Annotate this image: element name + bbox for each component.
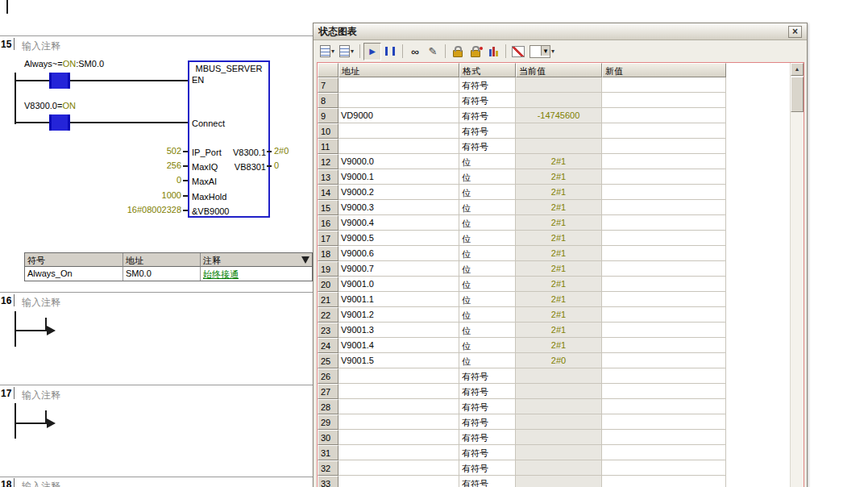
new-value-cell[interactable] — [602, 200, 726, 215]
vertical-scrollbar[interactable]: ▲ — [790, 63, 804, 487]
new-value-cell[interactable] — [602, 77, 726, 93]
status-chart-sheet-icon[interactable]: ▾ — [318, 43, 337, 60]
row-number[interactable]: 10 — [318, 123, 338, 139]
read-all-icon[interactable] — [406, 43, 424, 60]
column-header-format[interactable]: 格式 — [459, 63, 516, 77]
row-number[interactable]: 15 — [318, 200, 338, 215]
write-all-icon[interactable] — [424, 43, 442, 60]
new-value-cell[interactable] — [602, 108, 726, 123]
row-number[interactable]: 23 — [318, 323, 338, 338]
read-forced-icon[interactable] — [484, 43, 502, 60]
address-cell[interactable]: V9001.0 — [338, 277, 459, 292]
mbus-server-block[interactable]: MBUS_SERVER EN Connect IP_Port MaxIQ Max… — [188, 60, 270, 218]
comment-cell[interactable]: 始终接通 — [201, 267, 312, 281]
address-cell[interactable]: V9001.4 — [338, 338, 459, 353]
contact-connect[interactable] — [49, 114, 70, 131]
format-cell[interactable]: 有符号 — [459, 368, 516, 384]
row-number[interactable]: 20 — [318, 277, 338, 292]
row-number[interactable]: 28 — [318, 399, 338, 414]
address-cell[interactable] — [338, 460, 459, 476]
row-number[interactable]: 24 — [318, 338, 338, 353]
format-cell[interactable]: 位 — [459, 200, 516, 215]
address-cell[interactable]: VD9000 — [338, 108, 459, 123]
address-cell[interactable]: V9000.6 — [338, 246, 459, 261]
network-number[interactable]: 18 — [1, 479, 11, 487]
new-value-cell[interactable] — [602, 231, 726, 246]
row-number[interactable]: 19 — [318, 261, 338, 277]
format-cell[interactable]: 有符号 — [459, 430, 516, 445]
network-title[interactable]: 输入注释 — [22, 40, 60, 53]
column-header-address[interactable]: 地址 — [123, 253, 201, 267]
row-number[interactable]: 7 — [318, 77, 338, 93]
format-cell[interactable]: 位 — [459, 215, 516, 231]
force-icon[interactable] — [449, 43, 467, 60]
format-cell[interactable]: 有符号 — [459, 414, 516, 430]
row-number[interactable]: 22 — [318, 307, 338, 323]
address-cell[interactable] — [338, 93, 459, 108]
new-value-cell[interactable] — [602, 261, 726, 277]
close-icon[interactable]: × — [788, 26, 802, 38]
address-cell[interactable]: V9000.0 — [338, 154, 459, 169]
new-value-cell[interactable] — [602, 353, 726, 368]
format-cell[interactable]: 位 — [459, 292, 516, 307]
format-cell[interactable]: 有符号 — [459, 460, 516, 476]
address-cell[interactable]: V9000.1 — [338, 169, 459, 185]
format-cell[interactable]: 有符号 — [459, 445, 516, 460]
network-title[interactable]: 输入注释 — [22, 389, 60, 402]
row-number[interactable]: 25 — [318, 353, 338, 368]
row-number[interactable]: 11 — [318, 139, 338, 154]
row-number[interactable]: 29 — [318, 414, 338, 430]
address-cell[interactable] — [338, 476, 459, 487]
open-wire-arrow-icon[interactable] — [47, 326, 56, 335]
address-cell[interactable] — [338, 399, 459, 414]
column-header-rownum[interactable] — [318, 63, 338, 77]
unforce-icon[interactable] — [467, 43, 484, 60]
address-cell[interactable]: V9000.5 — [338, 231, 459, 246]
network-title[interactable]: 输入注释 — [22, 480, 60, 487]
new-value-cell[interactable] — [602, 460, 726, 476]
address-cell[interactable] — [338, 139, 459, 154]
network-title[interactable]: 输入注释 — [22, 296, 60, 310]
format-cell[interactable]: 位 — [459, 261, 516, 277]
row-number[interactable]: 8 — [318, 93, 338, 108]
column-header-comment[interactable]: 注释 — [201, 253, 312, 267]
new-value-cell[interactable] — [602, 169, 726, 185]
new-value-cell[interactable] — [602, 338, 726, 353]
column-header-new-value[interactable]: 新值 — [602, 63, 726, 77]
format-cell[interactable]: 有符号 — [459, 139, 516, 154]
new-value-cell[interactable] — [602, 399, 726, 414]
scroll-up-icon[interactable]: ▲ — [791, 63, 804, 76]
row-number[interactable]: 27 — [318, 384, 338, 399]
new-value-cell[interactable] — [602, 277, 726, 292]
address-cell[interactable]: V9000.3 — [338, 200, 459, 215]
row-number[interactable]: 21 — [318, 292, 338, 307]
new-value-cell[interactable] — [602, 154, 726, 169]
address-cell[interactable]: SM0.0 — [123, 267, 201, 281]
format-cell[interactable]: 位 — [459, 323, 516, 338]
new-value-cell[interactable] — [602, 323, 726, 338]
row-number[interactable]: 18 — [318, 246, 338, 261]
row-number[interactable]: 26 — [318, 368, 338, 384]
chart-status-pause-icon[interactable] — [381, 43, 399, 60]
window-titlebar[interactable]: 状态图表 × — [314, 23, 807, 40]
new-value-cell[interactable] — [602, 445, 726, 460]
format-cell[interactable]: 位 — [459, 154, 516, 169]
trend-combo-icon[interactable]: ▾ — [527, 43, 557, 60]
address-cell[interactable]: V9001.1 — [338, 292, 459, 307]
new-value-cell[interactable] — [602, 93, 726, 108]
contact-always-on[interactable] — [49, 73, 70, 89]
new-value-cell[interactable] — [602, 384, 726, 399]
address-cell[interactable] — [338, 445, 459, 460]
format-cell[interactable]: 位 — [459, 169, 516, 185]
network-number[interactable]: 15 — [1, 39, 11, 50]
format-cell[interactable]: 位 — [459, 246, 516, 261]
row-number[interactable]: 9 — [318, 108, 338, 123]
address-cell[interactable] — [338, 414, 459, 430]
column-header-current-value[interactable]: 当前值 — [516, 63, 602, 77]
new-value-cell[interactable] — [602, 123, 726, 139]
column-header-address[interactable]: 地址 — [338, 63, 459, 77]
scrollbar-thumb[interactable] — [791, 77, 804, 112]
format-cell[interactable]: 有符号 — [459, 77, 516, 93]
network-number[interactable]: 17 — [1, 388, 11, 399]
new-value-cell[interactable] — [602, 368, 726, 384]
